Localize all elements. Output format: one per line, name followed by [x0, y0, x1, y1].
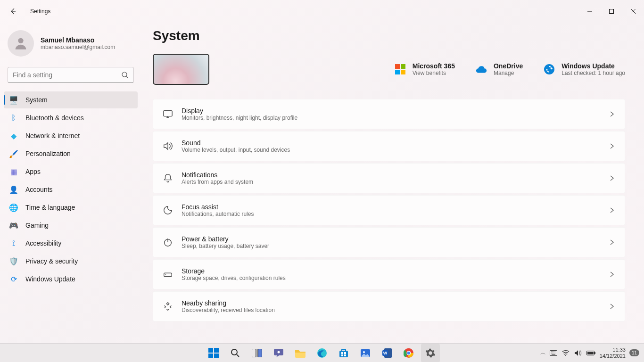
svg-rect-16	[214, 354, 219, 358]
tile-sound[interactable]: SoundVolume levels, output, input, sound…	[153, 131, 625, 161]
tile-nearby[interactable]: Nearby sharingDiscoverability, received …	[153, 291, 625, 321]
taskbar-time: 11:33	[600, 347, 626, 353]
tile-title: Focus assist	[182, 203, 600, 211]
header-link-title: Windows Update	[561, 62, 625, 70]
sidebar-item-windows-update[interactable]: ⟳Windows Update	[4, 271, 138, 288]
tile-title: Display	[182, 107, 600, 115]
power-icon	[163, 237, 173, 247]
chevron-right-icon	[609, 303, 615, 310]
nav-icon: 🛡️	[9, 257, 18, 265]
sidebar-item-accounts[interactable]: 👤Accounts	[4, 181, 138, 198]
header-link-onedrive[interactable]: OneDrive Manage	[476, 62, 523, 76]
chevron-right-icon	[609, 175, 615, 181]
header-link-sub: Manage	[494, 70, 523, 76]
minimize-button[interactable]	[579, 4, 601, 19]
settings-app-button[interactable]	[421, 344, 440, 362]
nav-icon: 👤	[9, 185, 18, 194]
search-input[interactable]	[13, 71, 116, 79]
maximize-button[interactable]	[601, 4, 622, 19]
task-view-button[interactable]	[248, 344, 266, 362]
nav-label: Accessibility	[25, 239, 61, 247]
sidebar-item-bluetooth-devices[interactable]: ᛒBluetooth & devices	[4, 109, 138, 126]
profile[interactable]: Samuel Mbanaso mbanaso.samuel@gmail.com	[4, 26, 138, 65]
sidebar-item-apps[interactable]: ▦Apps	[4, 163, 138, 180]
svg-rect-10	[164, 273, 172, 276]
tile-focus[interactable]: Focus assistNotifications, automatic rul…	[153, 195, 625, 225]
chevron-right-icon	[609, 207, 615, 214]
tray-chevron-icon[interactable]: ︿	[540, 349, 546, 357]
wallpaper-thumbnail[interactable]	[153, 54, 209, 85]
sidebar-item-system[interactable]: 🖥️System	[4, 91, 138, 108]
profile-email: mbanaso.samuel@gmail.com	[41, 44, 115, 50]
word-icon: W	[382, 348, 392, 358]
sidebar-item-time-language[interactable]: 🌐Time & language	[4, 199, 138, 216]
svg-text:W: W	[383, 351, 388, 355]
sidebar: Samuel Mbanaso mbanaso.samuel@gmail.com …	[0, 23, 141, 343]
tile-notif[interactable]: NotificationsAlerts from apps and system	[153, 163, 625, 193]
tile-subtitle: Monitors, brightness, night light, displ…	[182, 115, 600, 121]
nav-label: Privacy & security	[25, 257, 78, 265]
sidebar-item-gaming[interactable]: 🎮Gaming	[4, 217, 138, 234]
search-box[interactable]	[8, 67, 134, 83]
store-icon	[339, 348, 349, 358]
start-button[interactable]	[204, 344, 223, 362]
svg-rect-26	[341, 354, 343, 356]
tile-title: Power & battery	[182, 235, 600, 243]
tray-icons[interactable]	[550, 350, 596, 356]
close-button[interactable]	[622, 4, 644, 19]
header-links: Microsoft 365 View benefits OneDrive Man…	[395, 62, 625, 76]
notification-count[interactable]: 11	[629, 349, 639, 356]
edge-button[interactable]	[313, 344, 331, 362]
word-button[interactable]: W	[378, 344, 396, 362]
svg-rect-25	[344, 352, 346, 354]
tile-power[interactable]: Power & batterySleep, battery usage, bat…	[153, 227, 625, 257]
task-view-icon	[252, 349, 262, 357]
nav-label: Apps	[25, 168, 41, 175]
sidebar-item-privacy-security[interactable]: 🛡️Privacy & security	[4, 253, 138, 270]
svg-rect-18	[252, 349, 256, 357]
taskbar-right: ︿ 11:33 14/12/2021 11	[540, 347, 639, 358]
nav-icon: ⟟	[9, 239, 18, 247]
svg-rect-8	[164, 111, 172, 116]
minimize-icon	[587, 9, 592, 14]
header-link-microsoft365[interactable]: Microsoft 365 View benefits	[395, 62, 455, 76]
chat-button[interactable]	[269, 344, 288, 362]
svg-rect-15	[208, 354, 213, 358]
file-explorer-button[interactable]	[291, 344, 310, 362]
folder-icon	[295, 348, 306, 358]
photos-button[interactable]	[356, 344, 375, 362]
sidebar-nav: 🖥️SystemᛒBluetooth & devices◆Network & i…	[4, 91, 138, 288]
nav-icon: 🖌️	[9, 149, 18, 158]
avatar	[8, 30, 34, 57]
store-button[interactable]	[334, 344, 353, 362]
photos-icon	[360, 348, 371, 358]
chrome-button[interactable]	[399, 344, 418, 362]
nav-icon: ◆	[9, 132, 18, 140]
notif-icon	[163, 173, 173, 183]
tile-subtitle: Notifications, automatic rules	[182, 211, 600, 217]
wifi-icon	[562, 350, 570, 356]
svg-rect-23	[339, 351, 348, 357]
header-link-sub: View benefits	[413, 70, 455, 76]
sidebar-item-accessibility[interactable]: ⟟Accessibility	[4, 235, 138, 252]
tile-title: Notifications	[182, 171, 600, 179]
tile-storage[interactable]: StorageStorage space, drives, configurat…	[153, 259, 625, 289]
task-search-button[interactable]	[226, 344, 245, 362]
person-icon	[13, 35, 29, 51]
nav-label: Windows Update	[25, 275, 75, 283]
main-content: System Microsoft 365 View benefits	[141, 23, 644, 343]
svg-point-17	[231, 349, 237, 355]
header-link-windows-update[interactable]: Windows Update Last checked: 1 hour ago	[544, 62, 625, 76]
tile-title: Nearby sharing	[182, 299, 600, 307]
back-button[interactable]	[4, 2, 23, 21]
taskbar: W ︿ 11:33 14/12/2021 11	[0, 343, 644, 362]
sidebar-item-network-internet[interactable]: ◆Network & internet	[4, 127, 138, 144]
nav-label: Network & internet	[25, 132, 80, 140]
sidebar-item-personalization[interactable]: 🖌️Personalization	[4, 145, 138, 162]
nav-label: Bluetooth & devices	[25, 114, 84, 122]
chevron-right-icon	[609, 111, 615, 117]
sound-icon	[163, 141, 173, 151]
nav-icon: 🌐	[9, 203, 18, 212]
tile-display[interactable]: DisplayMonitors, brightness, night light…	[153, 99, 625, 129]
taskbar-clock[interactable]: 11:33 14/12/2021	[600, 347, 626, 358]
